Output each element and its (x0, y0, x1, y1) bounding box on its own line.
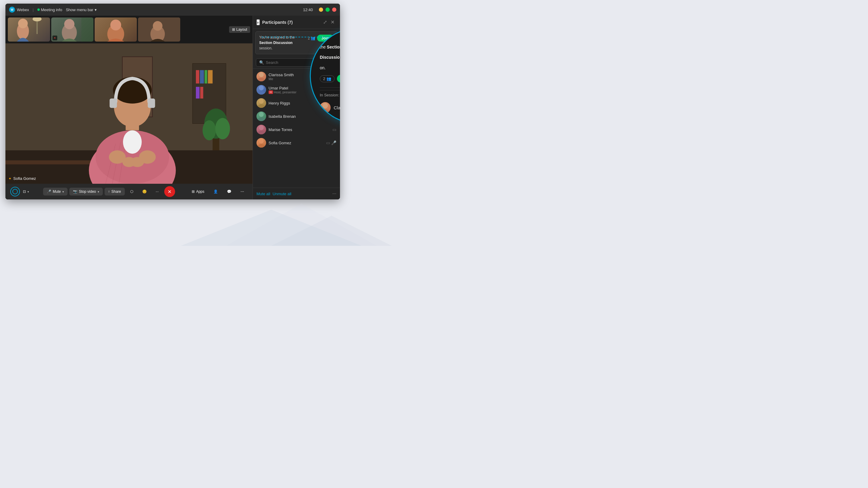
svg-point-43 (131, 157, 144, 167)
participant-info: Sofia Gomez (269, 141, 324, 145)
avatar (256, 111, 266, 121)
video-icon: ▭ (326, 140, 330, 145)
svg-point-51 (257, 118, 266, 121)
thumbnail-3[interactable] (95, 18, 137, 41)
window-controls: − □ × (319, 7, 336, 12)
zoom-count-badge: 2 👥 (320, 75, 335, 82)
minimize-button[interactable]: − (319, 7, 323, 12)
emoji-icon: 😊 (142, 190, 147, 194)
zoom-session-text: the Section (320, 44, 340, 50)
speaker-icon: ✦ (8, 176, 11, 181)
thumbnail-strip: ✕ (5, 16, 253, 43)
thumbnail-4[interactable] (138, 18, 180, 41)
svg-point-50 (259, 112, 264, 117)
panel-header: ▸ Participants (7) ⤢ ✕ (253, 16, 340, 29)
end-call-button[interactable]: ✕ (164, 186, 175, 197)
panel-more-button[interactable]: ··· (333, 191, 336, 196)
unmute-all-button[interactable]: Unmute all (273, 192, 291, 196)
mute-all-button[interactable]: Mute all (256, 192, 270, 196)
participants-button[interactable]: 👤 (210, 188, 221, 195)
zoom-circle: the Section Discussion on. 2 (310, 28, 340, 124)
zoom-person-row-1: Clarissa Smith (320, 100, 340, 115)
mute-chevron: ▾ (62, 190, 64, 193)
panel-popout-button[interactable]: ⤢ (321, 19, 329, 26)
share-icon: ↑ (108, 190, 110, 194)
record-indicator (10, 187, 20, 196)
layout-button[interactable]: ⊞ Layout (229, 26, 250, 33)
session-text-prefix: You're assigned to the (259, 35, 295, 39)
video-chevron: ▾ (98, 190, 99, 193)
svg-rect-38 (110, 98, 117, 108)
panel-title: Participants (7) (262, 20, 321, 25)
webex-icon: W (9, 7, 15, 13)
in-session-label: In Session: (320, 90, 340, 97)
zoom-session-name: Section (327, 44, 340, 50)
svg-rect-20 (205, 70, 207, 84)
captions-icon: ⊡ (23, 190, 26, 194)
close-button[interactable]: × (332, 7, 336, 12)
share-label: Share (112, 190, 121, 194)
svg-point-49 (257, 104, 266, 108)
svg-rect-22 (196, 87, 199, 98)
meeting-info-btn[interactable]: Meeting info (37, 7, 62, 12)
thumbnail-1[interactable] (8, 18, 50, 41)
ctrl-left-group: ⊡ ▾ (10, 187, 30, 196)
reactions-button[interactable]: 😊 (138, 188, 150, 195)
panel-close-button[interactable]: ✕ (329, 19, 336, 26)
svg-point-58 (322, 118, 328, 123)
svg-point-44 (259, 72, 264, 77)
share-button[interactable]: ↑ Share (104, 188, 125, 195)
mute-icon-2: ✕ (53, 36, 57, 40)
record-inner (12, 189, 18, 194)
apps-icon: ⊞ (192, 190, 195, 194)
avatar (256, 98, 266, 108)
zoom-session-text2: Discussion (320, 54, 340, 61)
people-icon: 👤 (213, 190, 218, 194)
title-divider: | (33, 7, 33, 12)
popup-overlay: the Section Discussion on. 2 (310, 28, 340, 136)
captions-button[interactable]: ⊡ ▾ (22, 187, 30, 196)
main-video: ✦ Sofia Gomez (5, 43, 253, 184)
svg-point-59 (320, 124, 330, 124)
status-dot-icon (37, 8, 40, 11)
camera-icon: 📷 (73, 190, 78, 194)
panel-footer: Mute all Unmute all ··· (253, 188, 340, 199)
maximize-button[interactable]: □ (326, 7, 330, 12)
participant-name: Sofia Gomez (269, 141, 324, 145)
speaker-name-badge: ✦ Sofia Gomez (8, 176, 36, 181)
more-options-button[interactable]: ··· (152, 188, 162, 195)
svg-rect-23 (200, 87, 203, 98)
more-ctrl-button[interactable]: ⋯ (237, 188, 248, 195)
zoom-person-row-2: Umar Patel (320, 115, 340, 124)
zoom-join-button[interactable]: Join (337, 75, 340, 83)
svg-point-8 (110, 20, 121, 30)
apps-label: Apps (196, 190, 204, 194)
mute-button[interactable]: 🎤 Mute ▾ (43, 188, 67, 195)
ctrl-center-group: 🎤 Mute ▾ 📷 Stop video ▾ ↑ Share ⬡ (43, 186, 175, 197)
panel-expand-button[interactable]: ▸ (256, 19, 260, 25)
apps-button[interactable]: ⊞ Apps (188, 188, 208, 195)
svg-point-55 (257, 144, 266, 148)
show-menu-btn[interactable]: Show menu bar ▾ (66, 7, 96, 12)
svg-point-1 (18, 19, 28, 28)
zoom-discussion-label: Discussion (320, 55, 340, 60)
list-item[interactable]: Sofia Gomez ▭ 🎤 (253, 136, 340, 150)
zoom-people-icon: 👥 (327, 76, 331, 81)
ctrl-right-group: ⊞ Apps 👤 💬 ⋯ (188, 188, 248, 195)
whiteboard-button[interactable]: ⬡ (127, 188, 137, 195)
svg-point-3 (33, 18, 41, 22)
svg-point-54 (259, 138, 264, 143)
zoom-join-row: 2 👥 Join (320, 75, 340, 83)
end-call-icon: ✕ (167, 189, 172, 195)
svg-point-26 (203, 120, 216, 140)
session-text-suffix: session. (259, 46, 273, 50)
svg-point-5 (64, 19, 74, 29)
search-icon: 🔍 (259, 60, 264, 65)
svg-point-57 (320, 109, 330, 113)
svg-rect-39 (148, 98, 155, 108)
thumbnail-2[interactable]: ✕ (51, 18, 93, 41)
chat-button[interactable]: 💬 (223, 188, 235, 195)
svg-point-56 (322, 103, 328, 108)
stop-video-button[interactable]: 📷 Stop video ▾ (69, 188, 103, 195)
stop-video-label: Stop video (79, 190, 96, 194)
